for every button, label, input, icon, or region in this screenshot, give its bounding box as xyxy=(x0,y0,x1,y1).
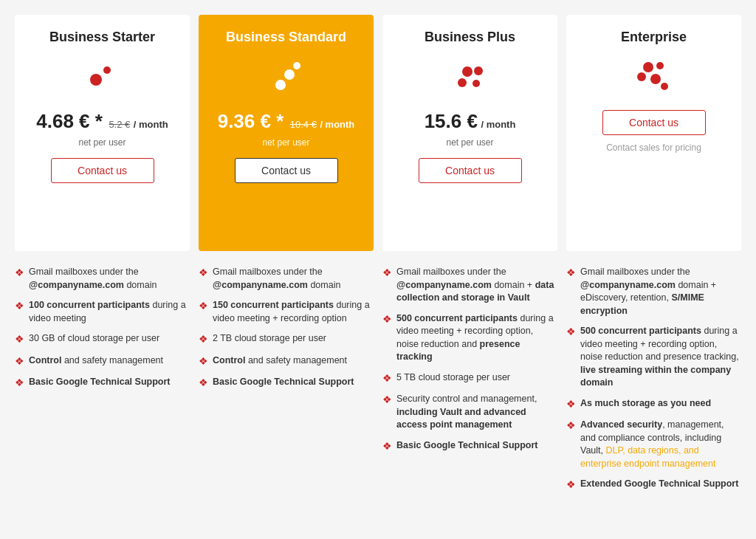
starter-original-price: 5.2 € xyxy=(109,119,130,130)
list-item: ❖ 500 concurrent participants during a v… xyxy=(566,325,741,390)
standard-net-per-user: net per user xyxy=(210,137,362,148)
plus-price: 15.6 € xyxy=(425,110,478,132)
list-item: ❖ Control and safety management xyxy=(199,354,374,369)
plus-features: ❖ Gmail mailboxes under the @companyname… xyxy=(382,266,557,500)
plan-card-plus: Business Plus 15.6 € / month net per use… xyxy=(382,15,557,251)
plus-dots-icon xyxy=(452,59,489,96)
bullet-icon: ❖ xyxy=(15,266,24,281)
list-item: ❖ Gmail mailboxes under the @companyname… xyxy=(15,266,190,292)
standard-features: ❖ Gmail mailboxes under the @companyname… xyxy=(199,266,374,500)
bullet-icon: ❖ xyxy=(15,299,24,314)
bullet-icon: ❖ xyxy=(15,376,24,391)
ent-dot-3 xyxy=(637,72,646,81)
starter-contact-button[interactable]: Contact us xyxy=(51,158,154,183)
plus-price-area: 15.6 € / month xyxy=(394,110,546,133)
bullet-icon: ❖ xyxy=(15,354,24,369)
plus-dot-3 xyxy=(458,78,467,87)
bullet-icon: ❖ xyxy=(199,332,208,347)
plus-dot-1 xyxy=(462,66,472,77)
plus-dot-2 xyxy=(474,66,483,75)
bullet-icon: ❖ xyxy=(199,299,208,314)
list-item: ❖ 500 concurrent participants during a v… xyxy=(382,312,557,364)
list-item: ❖ Extended Google Technical Support xyxy=(566,478,741,492)
plan-title-standard: Business Standard xyxy=(210,30,362,45)
starter-dots-icon xyxy=(84,59,121,96)
plan-card-starter: Business Starter 4.68 € * 5.2 € / month … xyxy=(15,15,190,251)
plus-net-per-user: net per user xyxy=(394,137,546,148)
plan-card-enterprise: Enterprise Contact us Contact sales for … xyxy=(566,15,741,251)
list-item: ❖ Security control and management, inclu… xyxy=(382,393,557,432)
bullet-icon: ❖ xyxy=(566,325,576,340)
bullet-icon: ❖ xyxy=(566,266,576,281)
list-item: ❖ Basic Google Technical Support xyxy=(199,376,374,391)
list-item: ❖ Gmail mailboxes under the @companyname… xyxy=(382,266,557,305)
bullet-icon: ❖ xyxy=(566,397,576,412)
standard-dot-2 xyxy=(284,69,295,80)
bullet-icon: ❖ xyxy=(382,371,392,386)
features-section: ❖ Gmail mailboxes under the @companyname… xyxy=(15,266,741,500)
standard-icon-area xyxy=(210,55,362,100)
plan-title-starter: Business Starter xyxy=(27,30,178,45)
list-item: ❖ Gmail mailboxes under the @companyname… xyxy=(566,266,741,317)
list-item: ❖ Basic Google Technical Support xyxy=(382,439,557,454)
list-item: ❖ 30 GB of cloud storage per user xyxy=(15,332,190,347)
enterprise-icon-area xyxy=(578,55,729,100)
standard-original-price: 10.4 € xyxy=(290,119,317,130)
enterprise-features: ❖ Gmail mailboxes under the @companyname… xyxy=(566,266,741,500)
bullet-icon: ❖ xyxy=(199,376,208,391)
plan-title-enterprise: Enterprise xyxy=(578,30,729,45)
enterprise-contact-button[interactable]: Contact us xyxy=(602,110,706,135)
standard-dot-3 xyxy=(293,62,300,69)
list-item: ❖ 5 TB cloud storage per user xyxy=(382,371,557,386)
bullet-icon: ❖ xyxy=(199,266,208,281)
starter-period: / month xyxy=(134,119,168,130)
starter-price-area: 4.68 € * 5.2 € / month xyxy=(27,110,178,133)
list-item: ❖ 150 concurrent participants during a v… xyxy=(199,299,374,325)
ent-dot-5 xyxy=(661,83,668,90)
standard-period: / month xyxy=(320,119,354,130)
starter-dot-2 xyxy=(103,66,111,74)
bullet-icon: ❖ xyxy=(15,332,24,347)
list-item: ❖ As much storage as you need xyxy=(566,397,741,412)
plan-title-plus: Business Plus xyxy=(394,30,546,45)
starter-features: ❖ Gmail mailboxes under the @companyname… xyxy=(15,266,190,500)
list-item: ❖ 100 concurrent participants during a v… xyxy=(15,299,190,325)
bullet-icon: ❖ xyxy=(382,312,392,327)
list-item: ❖ Gmail mailboxes under the @companyname… xyxy=(199,266,374,292)
plus-dot-4 xyxy=(472,80,480,87)
bullet-icon: ❖ xyxy=(382,439,392,454)
list-item: ❖ Advanced security, management, and com… xyxy=(566,419,741,470)
starter-price: 4.68 € * xyxy=(36,110,103,132)
list-item: ❖ 2 TB cloud storage per user xyxy=(199,332,374,347)
bullet-icon: ❖ xyxy=(199,354,208,369)
enterprise-dots-icon xyxy=(636,59,673,96)
starter-net-per-user: net per user xyxy=(27,137,178,148)
plus-contact-button[interactable]: Contact us xyxy=(419,158,522,183)
enterprise-sales-note: Contact sales for pricing xyxy=(578,143,729,153)
plus-icon-area xyxy=(394,55,546,100)
ent-dot-1 xyxy=(643,62,653,72)
starter-icon-area xyxy=(27,55,178,100)
plan-card-standard: Business Standard 9.36 € * 10.4 € / mont… xyxy=(199,15,374,251)
plus-period: / month xyxy=(481,119,515,130)
bullet-icon: ❖ xyxy=(382,266,392,281)
bullet-icon: ❖ xyxy=(566,419,576,433)
standard-price: 9.36 € * xyxy=(218,110,284,132)
standard-dots-icon xyxy=(268,59,305,96)
list-item: ❖ Basic Google Technical Support xyxy=(15,376,190,391)
bullet-icon: ❖ xyxy=(382,393,392,408)
starter-dot-1 xyxy=(90,74,102,86)
list-item: ❖ Control and safety management xyxy=(15,354,190,369)
ent-dot-4 xyxy=(650,74,661,84)
bullet-icon: ❖ xyxy=(566,478,576,492)
standard-contact-button[interactable]: Contact us xyxy=(235,158,338,183)
ent-dot-2 xyxy=(656,62,664,69)
pricing-cards: Business Starter 4.68 € * 5.2 € / month … xyxy=(15,15,741,251)
standard-dot-1 xyxy=(275,80,286,90)
standard-price-area: 9.36 € * 10.4 € / month xyxy=(210,110,362,133)
